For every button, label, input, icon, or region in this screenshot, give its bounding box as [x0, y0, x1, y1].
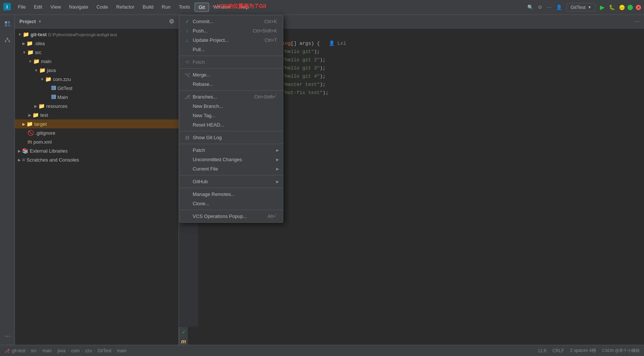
- profile-icon[interactable]: 👤: [556, 4, 562, 10]
- project-chevron-icon: ▼: [588, 5, 591, 9]
- window-controls: — □ ✕: [619, 5, 641, 10]
- clone-label: Clone...: [193, 201, 209, 206]
- settings-icon[interactable]: ⚙: [538, 4, 542, 10]
- menu-item-show-git-log[interactable]: ⊟ Show Git Log: [179, 133, 283, 142]
- menu-item-new-branch[interactable]: New Branch...: [179, 102, 283, 111]
- commit-icon: ✓: [184, 19, 190, 24]
- separator-4: [179, 131, 283, 131]
- pull-label: Pull...: [193, 47, 205, 52]
- separator-8: [179, 210, 283, 210]
- push-icon: ↑: [184, 28, 190, 34]
- menu-navigate[interactable]: Navigate: [65, 3, 92, 12]
- commit-label: Commit...: [193, 19, 214, 24]
- menu-item-commit[interactable]: ✓ Commit... Ctrl+K: [179, 17, 283, 26]
- menu-item-branches[interactable]: ⎇ Branches... Ctrl+Shift+`: [179, 92, 283, 102]
- menu-item-uncommitted-changes[interactable]: Uncommitted Changes: [179, 155, 283, 164]
- uncommitted-changes-label: Uncommitted Changes: [193, 157, 242, 162]
- vcs-popup-label: VCS Operations Popup...: [193, 213, 247, 219]
- annotation: → VCS的位置变为了Git: [209, 2, 266, 10]
- branches-icon: ⎇: [184, 94, 190, 100]
- menu-item-current-file[interactable]: Current File: [179, 164, 283, 174]
- menu-item-pull[interactable]: Pull...: [179, 45, 283, 54]
- menu-refactor[interactable]: Refactor: [113, 3, 138, 12]
- search-icon[interactable]: 🔍: [527, 4, 533, 10]
- minimize-button[interactable]: —: [619, 5, 625, 10]
- menu-file[interactable]: File: [14, 3, 29, 12]
- fetch-label: Fetch: [193, 59, 205, 65]
- git-dropdown-menu: ✓ Commit... Ctrl+K ↑ Push... Ctrl+Shift+…: [179, 15, 283, 223]
- reset-head-label: Reset HEAD...: [193, 122, 224, 128]
- menu-item-clone[interactable]: Clone...: [179, 199, 283, 208]
- titlebar: I File Edit View Navigate Code Refactor …: [0, 0, 644, 15]
- menu-item-patch[interactable]: Patch: [179, 146, 283, 155]
- github-label: GitHub: [193, 179, 208, 184]
- menu-item-vcs-popup[interactable]: VCS Operations Popup... Alt+`: [179, 212, 283, 221]
- rebase-label: Rebase...: [193, 81, 214, 87]
- maximize-button[interactable]: □: [628, 5, 633, 10]
- menu-git[interactable]: Git: [195, 3, 209, 12]
- menu-item-new-tag[interactable]: New Tag...: [179, 111, 283, 120]
- menu-run[interactable]: Run: [158, 3, 174, 12]
- menu-item-rebase[interactable]: Rebase...: [179, 79, 283, 89]
- separator-6: [179, 175, 283, 175]
- vcs-popup-shortcut: Alt+`: [268, 214, 277, 219]
- patch-label: Patch: [193, 147, 205, 153]
- push-shortcut: Ctrl+Shift+K: [253, 28, 277, 34]
- separator-7: [179, 188, 283, 188]
- project-name-display[interactable]: GitTest ▼: [566, 3, 596, 12]
- menu-item-manage-remotes[interactable]: Manage Remotes...: [179, 190, 283, 199]
- menu-item-github[interactable]: GitHub: [179, 177, 283, 186]
- titlebar-right: 🔍 ⚙ ⋯ 👤 GitTest ▼ ▶ 🐛 — □ ✕: [527, 3, 641, 12]
- menu-bar: File Edit View Navigate Code Refactor Bu…: [14, 3, 527, 12]
- close-button[interactable]: ✕: [636, 5, 641, 10]
- run-icon[interactable]: ▶: [600, 4, 604, 11]
- new-tag-label: New Tag...: [193, 113, 215, 118]
- git-log-icon: ⊟: [184, 135, 190, 140]
- annotation-arrow: →: [209, 2, 215, 10]
- app-logo: I: [3, 3, 11, 12]
- push-label: Push...: [193, 28, 208, 34]
- branches-shortcut: Ctrl+Shift+`: [254, 94, 277, 100]
- branches-label: Branches...: [193, 94, 217, 100]
- project-name-text: GitTest: [571, 4, 585, 10]
- menu-item-reset-head[interactable]: Reset HEAD...: [179, 120, 283, 129]
- dropdown-overlay[interactable]: ✓ Commit... Ctrl+K ↑ Push... Ctrl+Shift+…: [0, 15, 644, 356]
- more-icon[interactable]: ⋯: [547, 4, 552, 10]
- svg-text:I: I: [6, 4, 8, 10]
- update-label: Update Project...: [193, 37, 229, 43]
- menu-view[interactable]: View: [47, 3, 64, 12]
- menu-tools[interactable]: Tools: [175, 3, 194, 12]
- menu-build[interactable]: Build: [139, 3, 157, 12]
- menu-item-update[interactable]: ↓ Update Project... Ctrl+T: [179, 35, 283, 45]
- new-branch-label: New Branch...: [193, 103, 223, 109]
- menu-code[interactable]: Code: [93, 3, 112, 12]
- separator-2: [179, 68, 283, 69]
- annotation-text: VCS的位置变为了Git: [217, 3, 266, 10]
- commit-shortcut: Ctrl+K: [264, 19, 277, 24]
- menu-item-push[interactable]: ↑ Push... Ctrl+Shift+K: [179, 26, 283, 35]
- current-file-label: Current File: [193, 166, 218, 172]
- menu-edit[interactable]: Edit: [30, 3, 46, 12]
- menu-item-fetch[interactable]: ⟲ Fetch: [179, 57, 283, 67]
- manage-remotes-label: Manage Remotes...: [193, 191, 235, 197]
- merge-label: Merge...: [193, 72, 211, 78]
- update-icon: ↓: [184, 37, 190, 43]
- update-shortcut: Ctrl+T: [265, 38, 277, 43]
- merge-icon: ⌥: [184, 72, 190, 78]
- debug-icon[interactable]: 🐛: [609, 4, 615, 10]
- separator-1: [179, 56, 283, 56]
- separator-3: [179, 90, 283, 91]
- separator-5: [179, 144, 283, 144]
- show-git-log-label: Show Git Log: [193, 135, 222, 140]
- menu-item-merge[interactable]: ⌥ Merge...: [179, 70, 283, 79]
- fetch-icon: ⟲: [184, 59, 190, 65]
